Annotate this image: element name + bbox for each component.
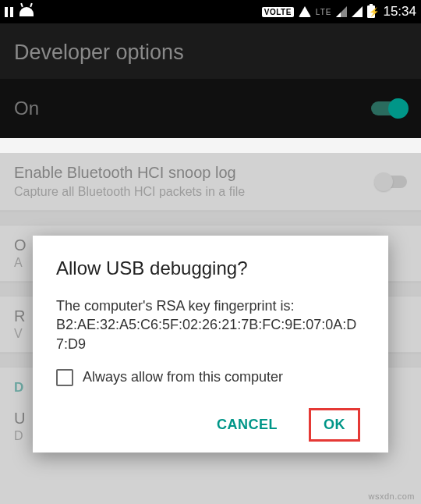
clock: 15:34	[383, 4, 416, 20]
page-title: Developer options	[14, 41, 407, 65]
always-allow-row[interactable]: Always allow from this computer	[56, 369, 365, 386]
always-allow-label: Always allow from this computer	[83, 369, 283, 385]
wifi-icon	[299, 6, 311, 17]
pause-icon	[5, 7, 13, 17]
usb-debugging-dialog: Allow USB debugging? The computer's RSA …	[33, 236, 388, 453]
signal-2-icon	[352, 6, 363, 17]
status-bar: VOLTE LTE ⚡ 15:34	[0, 0, 421, 23]
master-toggle-row[interactable]: On	[0, 79, 421, 138]
dialog-body: The computer's RSA key fingerprint is:B2…	[56, 296, 365, 353]
dialog-title: Allow USB debugging?	[56, 257, 365, 279]
ok-highlight: OK	[309, 408, 360, 442]
volte-badge: VOLTE	[262, 7, 294, 17]
cancel-button[interactable]: CANCEL	[206, 409, 288, 441]
always-allow-checkbox[interactable]	[56, 369, 73, 386]
lte-label: LTE	[316, 8, 332, 16]
android-icon	[19, 7, 34, 16]
status-right: VOLTE LTE ⚡ 15:34	[262, 4, 416, 20]
dialog-actions: CANCEL OK	[56, 408, 365, 442]
settings-header: Developer options	[0, 23, 421, 79]
status-left	[5, 7, 34, 17]
signal-1-icon	[336, 6, 347, 17]
battery-icon: ⚡	[367, 5, 375, 18]
master-toggle-switch[interactable]	[371, 101, 407, 115]
ok-button[interactable]: OK	[324, 417, 345, 433]
master-toggle-label: On	[14, 98, 39, 119]
watermark: wsxdn.com	[368, 492, 415, 501]
